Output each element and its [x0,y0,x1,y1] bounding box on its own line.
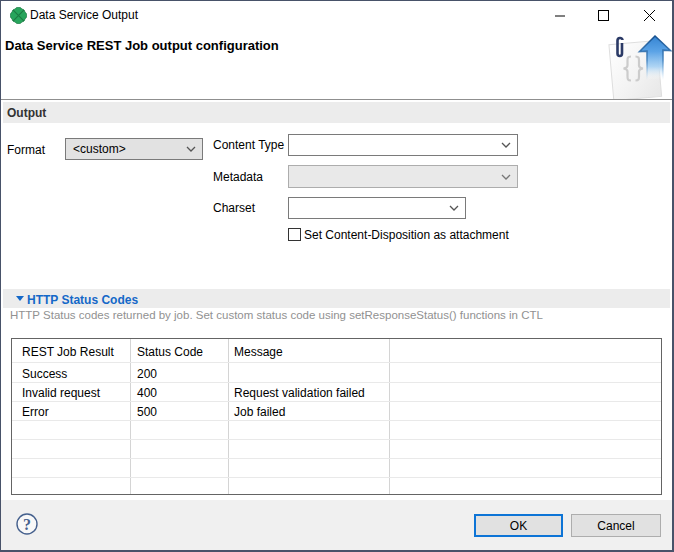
svg-text:?: ? [23,516,31,533]
